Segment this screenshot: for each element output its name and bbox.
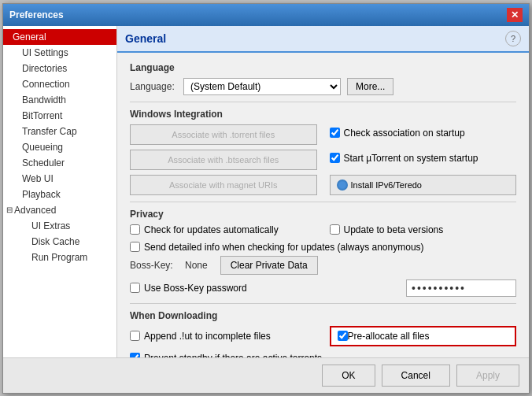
globe-icon — [337, 179, 348, 191]
clear-private-data-button[interactable]: Clear Private Data — [220, 256, 318, 275]
start-utorrent-label: Start µTorrent on system startup — [344, 153, 478, 164]
sidebar: General UI Settings Directories Connecti… — [3, 26, 117, 357]
help-button[interactable]: ? — [505, 31, 521, 46]
password-row: Use Boss-Key password — [130, 279, 516, 297]
sidebar-item-scheduler[interactable]: Scheduler — [3, 155, 116, 171]
install-ipv6-button[interactable]: Install IPv6/Teredo — [330, 175, 517, 195]
more-button[interactable]: More... — [347, 78, 393, 95]
sidebar-item-general[interactable]: General — [3, 29, 116, 45]
downloading-grid: Append .!ut to incomplete files Pre-allo… — [130, 326, 516, 350]
send-info-checkbox[interactable] — [130, 242, 140, 252]
panel-header: General ? — [117, 26, 529, 53]
sidebar-item-queueing[interactable]: Queueing — [3, 139, 116, 155]
start-utorrent-row: Start µTorrent on system startup — [330, 150, 517, 167]
update-beta-label: Update to beta versions — [344, 224, 444, 235]
language-row: Language: (System Default) More... — [130, 78, 516, 95]
collapse-icon: ⊟ — [6, 205, 13, 214]
boss-key-value: None — [185, 260, 208, 271]
append-lut-row: Append .!ut to incomplete files — [130, 326, 317, 346]
append-lut-label: Append .!ut to incomplete files — [144, 331, 271, 342]
boss-key-password-checkbox[interactable] — [130, 283, 140, 293]
ipv6-label: Install IPv6/Teredo — [351, 180, 423, 190]
sidebar-item-disk-cache[interactable]: Disk Cache — [3, 234, 116, 250]
assoc-magnet-button[interactable]: Associate with magnet URIs — [130, 175, 317, 195]
sidebar-item-directories[interactable]: Directories — [3, 61, 116, 76]
panel-title: General — [125, 32, 166, 45]
check-updates-label: Check for updates automatically — [144, 224, 279, 235]
password-input[interactable] — [406, 279, 516, 297]
sidebar-item-bandwidth[interactable]: Bandwidth — [3, 92, 116, 108]
assoc-torrent-button[interactable]: Associate with .torrent files — [130, 124, 317, 145]
language-dropdown[interactable]: (System Default) — [183, 78, 341, 95]
window-title: Preferences — [9, 9, 64, 20]
boss-key-row: Boss-Key: None Clear Private Data — [130, 256, 516, 275]
update-beta-checkbox[interactable] — [330, 224, 340, 235]
footer: OK Cancel Apply — [3, 357, 529, 393]
sidebar-item-bittorrent[interactable]: BitTorrent — [3, 108, 116, 124]
preferences-window: Preferences ✕ General UI Settings Direct… — [2, 3, 530, 394]
check-updates-checkbox[interactable] — [130, 224, 140, 235]
sidebar-item-ui-extras[interactable]: UI Extras — [3, 218, 116, 234]
boss-key-label: Boss-Key: — [130, 260, 185, 271]
send-info-row: Send detailed info when checking for upd… — [130, 242, 516, 253]
pre-allocate-label: Pre-allocate all files — [348, 331, 430, 342]
sidebar-item-advanced[interactable]: ⊟ Advanced — [3, 202, 116, 218]
sidebar-item-web-ui[interactable]: Web UI — [3, 171, 116, 187]
sidebar-item-transfer-cap[interactable]: Transfer Cap — [3, 124, 116, 139]
ok-button[interactable]: OK — [322, 365, 375, 387]
pre-allocate-checkbox[interactable] — [338, 331, 348, 341]
send-info-label: Send detailed info when checking for upd… — [144, 242, 424, 253]
check-updates-row: Check for updates automatically — [130, 224, 317, 235]
language-section-label: Language — [130, 62, 516, 73]
privacy-section-label: Privacy — [130, 209, 516, 220]
check-assoc-checkbox[interactable] — [330, 128, 340, 138]
boss-key-password-label: Use Boss-Key password — [144, 283, 247, 294]
windows-integration-grid: Associate with .torrent files Check asso… — [130, 124, 516, 195]
privacy-checks-grid: Check for updates automatically Update t… — [130, 224, 516, 239]
start-utorrent-checkbox[interactable] — [330, 153, 340, 163]
assoc-btsearch-button[interactable]: Associate with .btsearch files — [130, 150, 317, 170]
sidebar-item-run-program[interactable]: Run Program — [3, 250, 116, 265]
sidebar-item-connection[interactable]: Connection — [3, 76, 116, 92]
append-lut-checkbox[interactable] — [130, 331, 140, 341]
close-button[interactable]: ✕ — [507, 8, 523, 22]
check-assoc-row: Check association on startup — [330, 124, 517, 142]
update-beta-row: Update to beta versions — [330, 224, 517, 235]
windows-integration-label: Windows Integration — [130, 109, 516, 120]
main-panel: General ? Language Language: (System Def… — [117, 26, 529, 357]
sidebar-item-playback[interactable]: Playback — [3, 187, 116, 202]
when-downloading-label: When Downloading — [130, 310, 516, 321]
title-bar: Preferences ✕ — [3, 4, 529, 26]
apply-button[interactable]: Apply — [456, 365, 519, 387]
pre-allocate-row: Pre-allocate all files — [330, 326, 517, 346]
check-assoc-label: Check association on startup — [344, 128, 465, 139]
language-field-label: Language: — [130, 81, 177, 92]
sidebar-item-ui-settings[interactable]: UI Settings — [3, 45, 116, 61]
cancel-button[interactable]: Cancel — [382, 365, 450, 387]
